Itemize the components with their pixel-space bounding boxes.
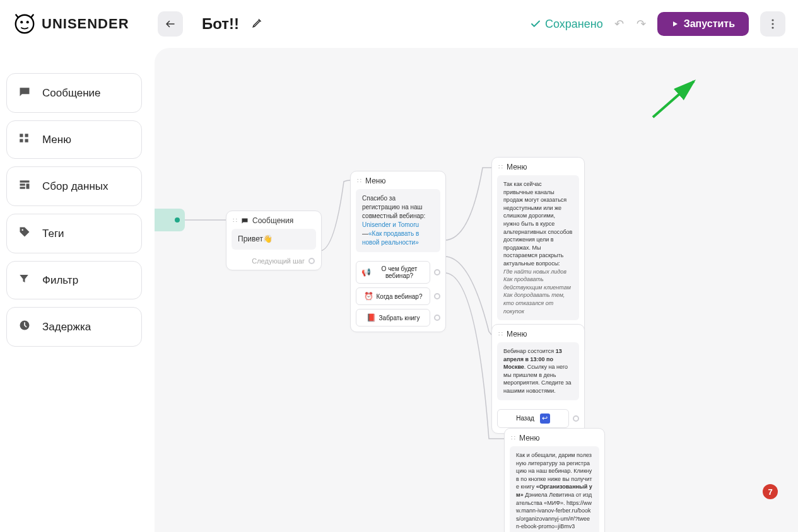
- output-port[interactable]: [434, 315, 440, 321]
- app-header: UNISENDER Бот!! Сохранено ↶ ↷ Запустить: [0, 0, 798, 48]
- node-body: Как и обещали, дарим полезную литературу…: [505, 446, 604, 532]
- megaphone-icon: 📢: [361, 268, 371, 277]
- output-port[interactable]: [434, 293, 440, 299]
- node-header: ∷ Меню: [351, 171, 445, 189]
- drag-handle-icon[interactable]: ∷: [498, 163, 503, 171]
- message-bubble: Спасибо за регистрацию на наш совместный…: [356, 189, 440, 252]
- svg-point-2: [26, 21, 29, 23]
- svg-point-1: [20, 21, 23, 23]
- svg-point-3: [772, 19, 773, 21]
- output-port[interactable]: [434, 269, 440, 275]
- sidebar-item-label: Задержка: [42, 321, 91, 333]
- sidebar-item-menu[interactable]: Меню: [6, 120, 142, 159]
- page-title: Бот!!: [202, 15, 239, 33]
- launch-label: Запустить: [684, 18, 735, 30]
- main-area: Сообщение Меню Сбор данных Теги Фильтр З…: [0, 48, 798, 532]
- node-header: ∷ Меню: [492, 325, 584, 342]
- output-port[interactable]: [573, 415, 579, 422]
- start-dot-icon: [175, 217, 180, 223]
- node-title: Меню: [365, 176, 385, 185]
- arrow-back-icon: ↩: [540, 413, 550, 424]
- filter-icon: [18, 273, 31, 287]
- drag-handle-icon[interactable]: ∷: [511, 434, 515, 442]
- node-body: Вебинар состоится 13 апреля в 13:00 по М…: [492, 342, 584, 405]
- message-bubble: Привет👋: [232, 229, 316, 250]
- svg-rect-10: [20, 180, 30, 182]
- play-icon: [671, 20, 679, 28]
- node-menu-book[interactable]: ∷ Меню Как и обещали, дарим полезную лит…: [504, 428, 605, 532]
- svg-rect-8: [20, 139, 23, 142]
- clock-icon: [18, 319, 31, 335]
- header-actions: Сохранено ↶ ↷ Запустить: [530, 11, 785, 37]
- back-button[interactable]: [158, 11, 183, 37]
- node-menu-when[interactable]: ∷ Меню Вебинар состоится 13 апреля в 13:…: [491, 324, 585, 434]
- flow-canvas[interactable]: ∷ Сообщения Привет👋 Следующий шаг ∷ Меню…: [155, 48, 798, 532]
- node-body: Так как сейчас привычные каналы продаж м…: [492, 175, 584, 325]
- sidebar-item-tags[interactable]: Теги: [6, 214, 142, 253]
- node-title: Меню: [507, 330, 527, 338]
- next-step-port[interactable]: Следующий шаг: [226, 255, 321, 270]
- arrow-left-icon: [165, 18, 176, 30]
- edit-title-button[interactable]: [252, 17, 263, 31]
- menu-option-back[interactable]: Назад↩: [497, 409, 569, 428]
- svg-point-14: [21, 229, 23, 231]
- menu-option-book[interactable]: 📕Забрать книгу: [356, 309, 430, 327]
- svg-rect-7: [25, 134, 28, 137]
- message-bubble: Как и обещали, дарим полезную литературу…: [510, 446, 599, 532]
- sidebar-item-label: Теги: [42, 228, 64, 240]
- menu-option-when[interactable]: ⏰Когда вебинар?: [356, 287, 430, 305]
- message-icon: [18, 85, 31, 101]
- saved-status: Сохранено: [530, 18, 603, 31]
- message-bubble: Так как сейчас привычные каналы продаж м…: [497, 175, 579, 320]
- node-body: Спасибо за регистрацию на наш совместный…: [351, 189, 445, 257]
- drag-handle-icon[interactable]: ∷: [498, 330, 503, 338]
- sidebar-item-filter[interactable]: Фильтр: [6, 261, 142, 299]
- undo-redo-group: ↶ ↷: [614, 17, 646, 31]
- connection-lines: [155, 48, 798, 532]
- more-menu-button[interactable]: [760, 11, 785, 37]
- redo-button[interactable]: ↷: [637, 17, 646, 31]
- tag-icon: [18, 226, 31, 241]
- svg-point-5: [772, 26, 773, 28]
- node-menu-main[interactable]: ∷ Меню Спасибо за регистрацию на наш сов…: [350, 171, 446, 332]
- dots-vertical-icon: [772, 19, 774, 29]
- next-step-label: Следующий шаг: [252, 257, 305, 265]
- svg-rect-13: [20, 187, 25, 188]
- node-messages[interactable]: ∷ Сообщения Привет👋 Следующий шаг: [226, 211, 322, 270]
- pencil-icon: [252, 17, 263, 28]
- sidebar: Сообщение Меню Сбор данных Теги Фильтр З…: [0, 48, 148, 532]
- sidebar-item-label: Фильтр: [42, 274, 78, 287]
- grid-icon: [18, 132, 31, 147]
- check-icon: [530, 18, 541, 30]
- undo-button[interactable]: ↶: [614, 17, 624, 31]
- drag-handle-icon[interactable]: ∷: [233, 217, 237, 225]
- node-header: ∷ Меню: [505, 429, 604, 446]
- form-icon: [18, 178, 31, 194]
- node-header: ∷ Меню: [492, 158, 584, 175]
- start-trigger[interactable]: [155, 209, 185, 231]
- menu-option-about[interactable]: 📢О чем будет вебинар?: [356, 261, 430, 284]
- annotation-arrow: [650, 78, 700, 122]
- node-title: Сообщения: [252, 216, 293, 225]
- drag-handle-icon[interactable]: ∷: [357, 177, 361, 185]
- sidebar-item-message[interactable]: Сообщение: [6, 73, 142, 113]
- message-bubble: Вебинар состоится 13 апреля в 13:00 по М…: [497, 342, 579, 400]
- notification-badge[interactable]: 7: [763, 484, 778, 499]
- svg-rect-6: [20, 134, 23, 137]
- node-body: Привет👋: [226, 229, 321, 255]
- book-icon: 📕: [367, 313, 376, 322]
- launch-button[interactable]: Запустить: [657, 12, 749, 36]
- menu-buttons: 📢О чем будет вебинар? ⏰Когда вебинар? 📕З…: [351, 257, 445, 332]
- brand-text: UNISENDER: [42, 16, 129, 32]
- output-port[interactable]: [308, 258, 315, 264]
- node-title: Меню: [519, 434, 539, 442]
- sidebar-item-delay[interactable]: Задержка: [6, 307, 142, 347]
- svg-point-4: [772, 23, 773, 25]
- node-title: Меню: [507, 163, 527, 171]
- svg-rect-9: [25, 139, 28, 142]
- sidebar-item-data-collection[interactable]: Сбор данных: [6, 166, 142, 206]
- alarm-icon: ⏰: [364, 292, 373, 301]
- sidebar-item-label: Сбор данных: [42, 180, 109, 193]
- brand-logo: UNISENDER: [13, 12, 158, 36]
- svg-point-0: [16, 15, 34, 33]
